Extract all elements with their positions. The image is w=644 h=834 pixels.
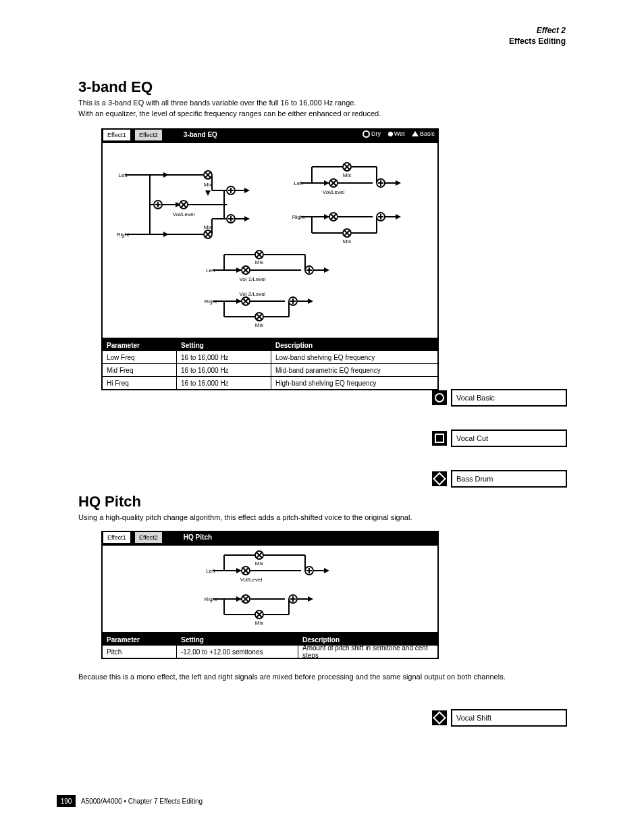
square-icon: [435, 434, 444, 443]
svg-text:Mix: Mix: [255, 322, 263, 328]
svg-text:Vol/Level: Vol/Level: [323, 189, 345, 195]
section-title-hqpitch: HQ Pitch: [78, 493, 141, 511]
section1-desc-a: This is a 3-band EQ with all three bands…: [78, 99, 564, 108]
tabbar-2: Effect1 Effect2 HQ Pitch: [101, 531, 439, 544]
tab-effect1[interactable]: Effect1: [103, 129, 131, 141]
circle-icon: [435, 393, 444, 402]
tab-effect2-b[interactable]: Effect2: [134, 531, 163, 544]
preset-badges-1: Vocal Basic Vocal Cut Bass Drum: [432, 389, 567, 488]
svg-text:Vol 1/Level: Vol 1/Level: [239, 276, 265, 282]
svg-text:Mix: Mix: [255, 561, 263, 567]
diagram-area-1: Left Mix Right Mix: [101, 142, 439, 339]
dl-vol: Vol/Level: [173, 211, 195, 217]
svg-text:Mix: Mix: [255, 259, 263, 265]
table-row: Low Freq 16 to 16,000 Hz Low-band shelvi…: [103, 350, 437, 363]
svg-text:Mix: Mix: [255, 620, 263, 626]
tab-effect1-b[interactable]: Effect1: [103, 531, 131, 544]
diamond-icon: [433, 711, 446, 725]
tab-effect2[interactable]: Effect2: [134, 129, 163, 141]
section-title-3bandeq: 3-band EQ: [78, 78, 153, 96]
preset-badges-2: Vocal Shift: [432, 709, 567, 727]
dl-mix2: Mix: [204, 224, 212, 230]
diagram-area-2: Left Mix Vol/Level Right Mix: [101, 544, 439, 633]
tabbar-1: Effect1 Effect2 3-band EQ Dry Wet Basic: [101, 128, 439, 142]
panel-title-1: 3-band EQ: [184, 131, 217, 138]
marker-legend: Dry Wet Basic: [363, 130, 435, 138]
section2-desc-b: Because this is a mono effect, the left …: [78, 673, 564, 682]
param-table-1: Parameter Setting Description Low Freq 1…: [101, 338, 439, 390]
section1-desc-b: With an equalizer, the level of specific…: [78, 109, 564, 119]
svg-text:Vol/Level: Vol/Level: [240, 577, 263, 583]
running-header-right1: Effect 2: [537, 26, 566, 36]
svg-text:Mix: Mix: [343, 172, 351, 178]
table-row: Pitch -12.00 to +12.00 semitones Amount …: [103, 645, 437, 658]
footer-manual: A5000/A4000 • Chapter 7 Effects Editing: [81, 798, 203, 806]
dl-mix: Mix: [204, 182, 212, 188]
table-row: Hi Freq 16 to 16,000 Hz High-band shelvi…: [103, 376, 437, 389]
running-header-right2: Effects Editing: [509, 36, 566, 47]
panel-title-2: HQ Pitch: [184, 533, 212, 541]
svg-text:Vol 2/Level: Vol 2/Level: [239, 291, 265, 297]
page-number: 190: [57, 795, 76, 807]
svg-text:Mix: Mix: [343, 238, 351, 244]
param-table-2: Parameter Setting Description Pitch -12.…: [101, 632, 439, 659]
diamond-icon: [433, 472, 446, 486]
table-row: Mid Freq 16 to 16,000 Hz Mid-band parame…: [103, 363, 437, 376]
section2-desc-a: Using a high-quality pitch change algori…: [78, 513, 564, 523]
